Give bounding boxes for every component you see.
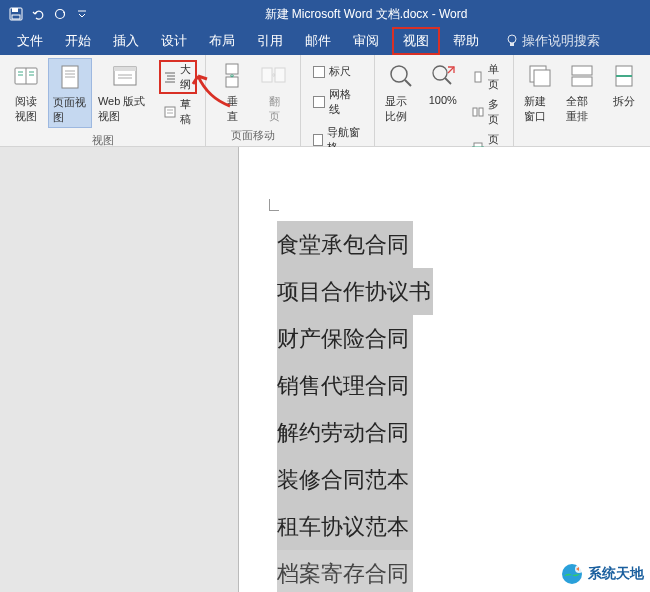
text-line[interactable]: 食堂承包合同 [277,221,413,268]
print-layout-button[interactable]: 页面视图 [48,58,92,128]
outline-button[interactable]: 大纲 [159,60,197,94]
qat-customize-icon[interactable] [74,6,90,22]
zoom-icon [385,60,417,92]
svg-rect-43 [572,66,592,75]
globe-icon [560,562,584,586]
web-layout-button[interactable]: Web 版式视图 [94,58,156,126]
menu-home[interactable]: 开始 [54,27,102,55]
zoom-label: 显示比例 [385,94,417,124]
cursor-indicator [269,199,279,211]
checkbox-icon [313,134,323,146]
newwindow-label: 新建窗口 [524,94,556,124]
hundred-button[interactable]: 100% [423,58,463,108]
onepage-icon [471,69,485,85]
svg-rect-37 [473,108,477,116]
text-line[interactable]: 项目合作协议书 [277,268,433,315]
read-mode-label: 阅读 视图 [15,94,37,124]
gridlines-checkbox[interactable]: 网格线 [309,85,365,119]
menu-bar: 文件 开始 插入 设计 布局 引用 邮件 审阅 视图 帮助 操作说明搜索 [0,28,650,55]
ribbon-group-show: 标尺 网格线 导航窗格 显示 [301,55,374,146]
document-area: 食堂承包合同 项目合作协议书 财产保险合同 销售代理合同 解约劳动合同 装修合同… [0,147,650,592]
svg-rect-18 [114,67,136,71]
side-icon [258,60,290,92]
undo-icon[interactable] [30,6,46,22]
vertical-button[interactable]: 垂 直 [212,58,252,126]
split-icon [608,60,640,92]
zoom-button[interactable]: 显示比例 [381,58,421,126]
svg-line-33 [405,80,411,86]
text-line[interactable]: 财产保险合同 [277,315,413,362]
svg-point-5 [508,35,516,43]
svg-rect-42 [534,70,550,86]
menu-review[interactable]: 审阅 [342,27,390,55]
svg-rect-31 [275,68,285,82]
arrange-label: 全部重排 [566,94,598,124]
watermark: 系统天地 [560,562,644,586]
redo-icon[interactable] [52,6,68,22]
document-page[interactable]: 食堂承包合同 项目合作协议书 财产保险合同 销售代理合同 解约劳动合同 装修合同… [238,147,650,592]
multipage-button[interactable]: 多页 [467,95,505,129]
web-layout-icon [109,60,141,92]
save-icon[interactable] [8,6,24,22]
ribbon-group-zoom: 显示比例 100% 单页 多页 页宽 [375,55,514,146]
svg-rect-38 [479,108,483,116]
svg-rect-6 [510,43,514,46]
text-line[interactable]: 租车协议范本 [277,503,413,550]
gridlines-label: 网格线 [329,87,362,117]
svg-rect-30 [262,68,272,82]
window-title: 新建 Microsoft Word 文档.docx - Word [90,6,642,23]
lightbulb-icon [506,34,518,48]
side-label: 翻 页 [269,94,280,124]
newwindow-button[interactable]: 新建窗口 [520,58,560,126]
side-button[interactable]: 翻 页 [254,58,294,126]
ribbon-group-pagemove: 垂 直 翻 页 页面移动 [206,55,301,146]
svg-rect-44 [572,77,592,86]
menu-insert[interactable]: 插入 [102,27,150,55]
menu-file[interactable]: 文件 [6,27,54,55]
menu-mailings[interactable]: 邮件 [294,27,342,55]
menu-view[interactable]: 视图 [392,27,440,55]
ribbon-group-views: 阅读 视图 页面视图 Web 版式视图 大纲 [0,55,206,146]
text-line[interactable]: 销售代理合同 [277,362,413,409]
arrange-button[interactable]: 全部重排 [562,58,602,126]
ribbon: 阅读 视图 页面视图 Web 版式视图 大纲 [0,55,650,147]
text-line[interactable]: 档案寄存合同 [277,550,413,592]
svg-rect-1 [12,8,18,12]
tell-me-label: 操作说明搜索 [522,32,600,50]
document-content: 食堂承包合同 项目合作协议书 财产保险合同 销售代理合同 解约劳动合同 装修合同… [277,221,433,592]
page-gutter [0,147,238,592]
draft-label: 草稿 [180,97,193,127]
ruler-checkbox[interactable]: 标尺 [309,62,365,81]
svg-point-3 [56,10,65,19]
read-mode-icon [10,60,42,92]
group-pagemove-label: 页面移动 [212,126,294,146]
menu-design[interactable]: 设计 [150,27,198,55]
onepage-label: 单页 [488,62,501,92]
ribbon-group-window: 新建窗口 全部重排 拆分 [514,55,650,146]
menu-help[interactable]: 帮助 [442,27,490,55]
svg-point-34 [433,66,447,80]
read-mode-button[interactable]: 阅读 视图 [6,58,46,126]
checkbox-icon [313,96,325,108]
outline-label: 大纲 [180,62,193,92]
web-layout-label: Web 版式视图 [98,94,152,124]
text-line[interactable]: 装修合同范本 [277,456,413,503]
checkbox-icon [313,66,325,78]
onepage-button[interactable]: 单页 [467,60,505,94]
tell-me-search[interactable]: 操作说明搜索 [498,27,608,55]
vertical-label: 垂 直 [227,94,238,124]
split-button[interactable]: 拆分 [604,58,644,111]
menu-layout[interactable]: 布局 [198,27,246,55]
svg-rect-2 [12,15,20,19]
vertical-icon [216,60,248,92]
newwindow-icon [524,60,556,92]
draft-button[interactable]: 草稿 [159,95,197,129]
hundred-label: 100% [429,94,457,106]
svg-line-35 [445,78,451,84]
outline-icon [163,69,177,85]
multipage-icon [471,104,485,120]
svg-rect-28 [226,64,238,74]
ruler-label: 标尺 [329,64,351,79]
menu-references[interactable]: 引用 [246,27,294,55]
text-line[interactable]: 解约劳动合同 [277,409,413,456]
